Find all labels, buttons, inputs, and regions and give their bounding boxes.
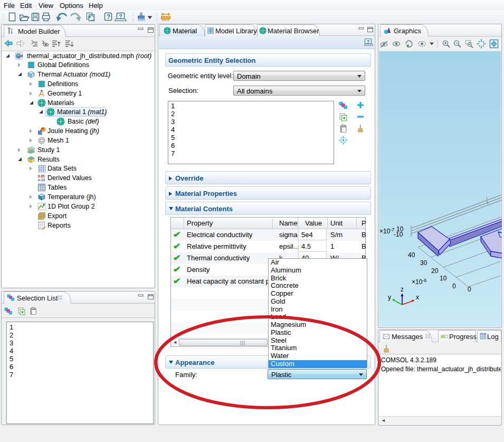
svg-text:10: 10	[440, 275, 447, 282]
svg-text:y: y	[388, 294, 391, 301]
svg-text:0: 0	[452, 283, 456, 290]
svg-text:40: 40	[408, 251, 415, 259]
svg-text:×10-7: ×10-7	[379, 227, 394, 235]
svg-text:x: x	[416, 294, 419, 301]
svg-text:z: z	[401, 286, 404, 293]
svg-text:?: ?	[119, 13, 122, 20]
svg-text:30: 30	[420, 259, 427, 267]
svg-text:?: ?	[367, 39, 370, 44]
svg-text:×10-6: ×10-6	[412, 278, 426, 286]
svg-text:20: 20	[431, 267, 439, 275]
svg-text:?: ?	[107, 13, 110, 21]
svg-text:0: 0	[468, 286, 471, 293]
svg-text:-10: -10	[394, 231, 403, 238]
